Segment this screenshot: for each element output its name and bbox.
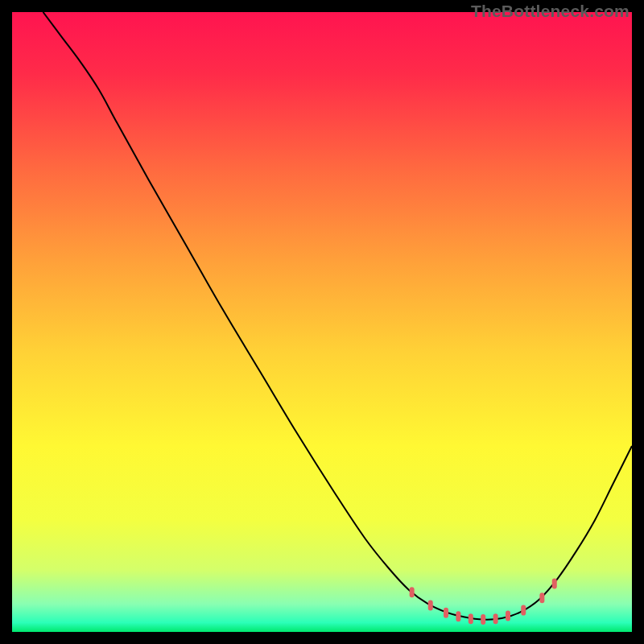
fit-marker (552, 578, 557, 588)
fit-marker (456, 611, 460, 621)
fit-marker (521, 605, 526, 616)
fit-marker (493, 613, 498, 624)
fit-marker (506, 610, 510, 621)
gradient-background (12, 12, 632, 632)
fit-marker (410, 587, 415, 597)
fit-marker (469, 613, 473, 624)
fit-marker (539, 592, 544, 603)
fit-marker (444, 608, 448, 618)
fit-marker (428, 600, 433, 610)
fit-marker (481, 614, 485, 625)
chart-frame (12, 12, 632, 632)
bottleneck-curve-chart (12, 12, 632, 632)
watermark-text: TheBottleneck.com (471, 2, 630, 21)
